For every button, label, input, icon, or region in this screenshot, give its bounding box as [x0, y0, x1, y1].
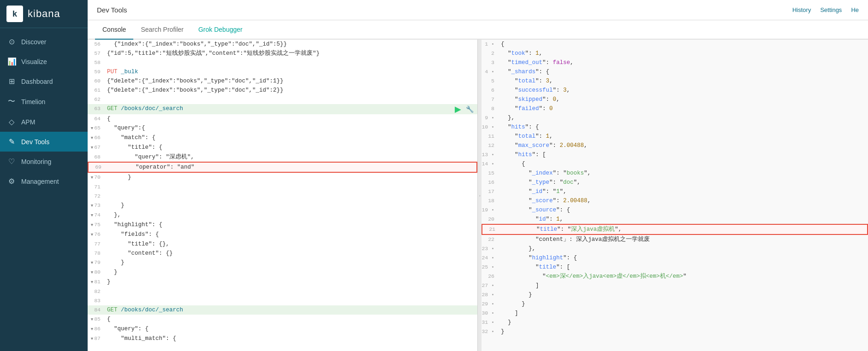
discover-icon: ⊙ — [7, 37, 16, 46]
table-row: 16 "_type": "doc", — [482, 178, 868, 187]
line-number: 31 • — [482, 318, 499, 327]
table-row: 61 {"delete":{"_index":"books","_type":"… — [88, 86, 477, 95]
line-content: "highlight": { — [499, 253, 868, 263]
line-number: ▼79 — [88, 258, 105, 268]
line-number: 77 — [88, 240, 105, 249]
line-content: } — [105, 201, 477, 211]
line-number: ▼85 — [88, 315, 105, 324]
line-number: 15 — [482, 169, 499, 178]
editor-container: 56 {"index":{"_index":"books","_type":"d… — [88, 40, 868, 351]
topbar-title: Dev Tools — [97, 6, 127, 14]
line-number: ▼73 — [88, 201, 105, 211]
line-content: "content」: 深入java虚拟机之一学就废 — [499, 235, 868, 244]
table-row: 32 • } — [482, 327, 868, 336]
table-row: 57 {"id":5,"title":"短线炒股实战","content":"短… — [88, 49, 477, 58]
line-number: 56 — [88, 40, 105, 49]
line-content: GET /books/doc/_search — [105, 305, 477, 315]
line-content — [105, 95, 477, 104]
line-number: 20 — [482, 215, 499, 224]
line-number: ▼65 — [88, 123, 105, 133]
output-code[interactable]: 1 • { 2 "took": 1, 3 "timed_out": false,… — [482, 40, 868, 351]
history-link[interactable]: History — [792, 6, 811, 13]
table-row: 18 "_score": 2.00488, — [482, 196, 868, 205]
line-content: "title": {}, — [105, 240, 477, 249]
line-number: 60 — [88, 76, 105, 86]
line-content: "_score": 2.00488, — [499, 196, 868, 205]
line-content: "_id": "1", — [499, 187, 868, 196]
sidebar-item-label: Dev Tools — [21, 138, 49, 146]
tab-search-profiler[interactable]: Search Profiler — [133, 20, 191, 40]
output-pane: 1 • { 2 "took": 1, 3 "timed_out": false,… — [482, 40, 868, 351]
line-number: 82 — [88, 287, 105, 296]
line-content: "failed": 0 — [499, 104, 868, 113]
line-content: "max_score": 2.00488, — [499, 141, 868, 150]
line-content: } — [105, 277, 477, 287]
line-content: "total": 1, — [499, 132, 868, 141]
table-row: 78 "content": {} — [88, 249, 477, 258]
line-number: 29 • — [482, 299, 499, 309]
line-number: 28 • — [482, 290, 499, 299]
sidebar-item-timelion[interactable]: 〜 Timelion — [0, 91, 88, 112]
line-number: 13 • — [482, 150, 499, 159]
line-content: "hits": { — [499, 123, 868, 132]
topbar: Dev Tools History Settings He — [88, 0, 868, 20]
table-row: 77 "title": {}, — [88, 240, 477, 249]
sidebar-item-apm[interactable]: ◇ APM — [0, 112, 88, 132]
code-editor[interactable]: 56 {"index":{"_index":"books","_type":"d… — [88, 40, 477, 351]
line-content: { — [499, 40, 868, 49]
run-button[interactable]: ▶ — [454, 104, 462, 114]
line-number: 69 — [89, 163, 106, 172]
line-number: 1 • — [482, 40, 499, 49]
sidebar-item-management[interactable]: ⚙ Management — [0, 171, 88, 191]
tab-grok-debugger[interactable]: Grok Debugger — [191, 20, 250, 40]
code-lines: 56 {"index":{"_index":"books","_type":"d… — [88, 40, 477, 344]
line-content: } — [499, 318, 868, 327]
table-row: 8 "failed": 0 — [482, 104, 868, 113]
line-content — [105, 182, 477, 192]
table-row: ▼75 "highlight": { — [88, 220, 477, 230]
table-row: 60 {"delete":{"_index":"books","_type":"… — [88, 76, 477, 86]
sidebar-item-visualize[interactable]: 📊 Visualize — [0, 52, 88, 71]
line-content: "_shards": { — [499, 67, 868, 76]
table-row: ▼79 } — [88, 258, 477, 268]
help-link[interactable]: He — [851, 6, 859, 13]
tab-console[interactable]: Console — [95, 20, 133, 40]
table-row: 5 "total": 3, — [482, 76, 868, 86]
logo-text: kibana — [28, 8, 60, 20]
line-number: 27 • — [482, 281, 499, 290]
line-number: 12 — [482, 141, 499, 150]
line-content: "title": { — [105, 143, 477, 152]
table-row: 27 • ] — [482, 281, 868, 290]
settings-link[interactable]: Settings — [820, 6, 842, 13]
sidebar-item-label: Dashboard — [21, 78, 53, 85]
sidebar-item-devtools[interactable]: ✎ Dev Tools — [0, 132, 88, 152]
line-number: 30 • — [482, 309, 499, 318]
sidebar-item-monitoring[interactable]: ♡ Monitoring — [0, 152, 88, 171]
table-row: 63 GET /books/doc/_search ▶ 🔧 — [88, 104, 477, 114]
tabs-bar: Console Search Profiler Grok Debugger — [88, 20, 868, 40]
visualize-icon: 📊 — [7, 57, 16, 66]
line-number: 58 — [88, 58, 105, 67]
line-number: 6 — [482, 86, 499, 95]
line-number: 22 — [482, 235, 499, 244]
wrench-button[interactable]: 🔧 — [466, 105, 474, 113]
line-number: ▼67 — [88, 143, 105, 152]
table-row: 30 • ] — [482, 309, 868, 318]
table-row: 10 • "hits": { — [482, 123, 868, 132]
sidebar-item-discover[interactable]: ⊙ Discover — [0, 32, 88, 52]
logo-area: k kibana — [0, 0, 88, 28]
line-number: 68 — [88, 152, 105, 162]
table-row: 64 { — [88, 114, 477, 123]
table-row: ▼87 "multi_match": { — [88, 334, 477, 344]
topbar-actions: History Settings He — [792, 6, 859, 13]
line-content: "id": 1, — [499, 215, 868, 224]
sidebar-item-dashboard[interactable]: ⊞ Dashboard — [0, 71, 88, 91]
management-icon: ⚙ — [7, 177, 16, 186]
line-number: 63 — [88, 104, 105, 114]
line-number: 17 — [482, 187, 499, 196]
table-row: 29 • } — [482, 299, 868, 309]
line-content: { — [105, 315, 477, 324]
line-content: ] — [499, 309, 868, 318]
table-row: 25 • "title": [ — [482, 263, 868, 272]
table-row: ▼66 "match": { — [88, 133, 477, 143]
